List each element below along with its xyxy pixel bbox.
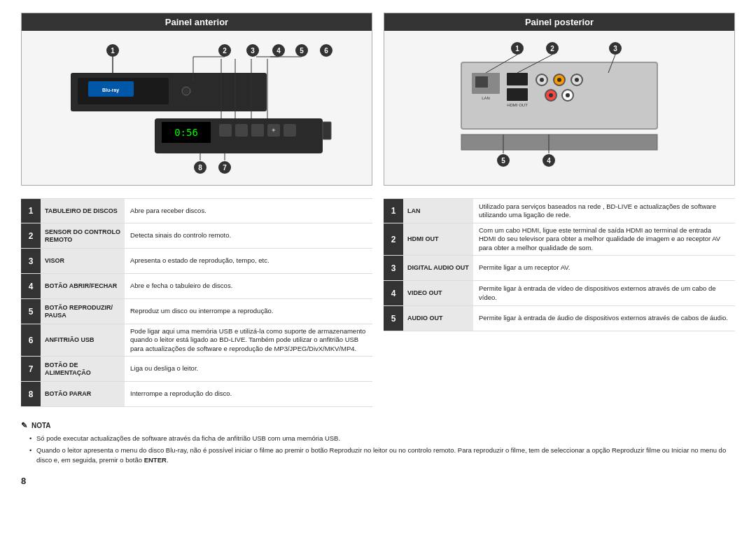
item-desc: Interrompe a reprodução do disco.	[125, 382, 372, 406]
item-name: TABULEIRO DE DISCOS	[41, 199, 125, 223]
desc-section: 1 TABULEIRO DE DISCOS Abre para receber …	[21, 198, 735, 407]
item-number: 1	[21, 199, 41, 223]
svg-rect-24	[219, 124, 232, 137]
rear-panel-content: 1 2 3 LAN HDMI OUT	[384, 31, 734, 185]
item-name: ANFITRIÃO USB	[41, 324, 125, 356]
enter-label: ENTER	[144, 456, 167, 464]
svg-point-60	[557, 78, 561, 82]
svg-text:8: 8	[198, 164, 202, 172]
svg-text:3: 3	[613, 45, 617, 53]
item-desc: Utilizado para serviços baseados na rede…	[473, 199, 735, 223]
item-name: BOTÃO PARAR	[41, 382, 125, 406]
front-item-4: 4 BOTÃO ABRIR/FECHAR Abre e fecha o tabu…	[21, 274, 372, 299]
svg-rect-50	[461, 62, 657, 129]
item-number: 5	[21, 299, 41, 324]
item-name: VISOR	[41, 249, 125, 273]
item-name: HDMI OUT	[403, 223, 473, 255]
svg-text:2: 2	[223, 47, 227, 55]
note-item-1: Só pode executar actualizações de softwa…	[29, 434, 735, 443]
note-item-2: Quando o leitor apresenta o menu do disc…	[29, 446, 735, 464]
item-number: 3	[384, 256, 403, 280]
item-desc: Abre e fecha o tabuleiro de discos.	[125, 274, 372, 298]
rear-panel-title: Painel posterior	[384, 13, 734, 31]
front-panel-title: Painel anterior	[22, 13, 372, 31]
item-name: SENSOR DO CONTROLO REMOTO	[41, 223, 125, 248]
item-number: 4	[21, 274, 41, 298]
svg-rect-54	[507, 73, 528, 85]
item-number: 2	[21, 223, 41, 248]
item-name: VIDEO OUT	[403, 281, 473, 305]
front-panel-content: 1 Blu-ray 2	[22, 31, 372, 185]
item-desc: Pode ligar aqui uma memória USB e utiliz…	[125, 324, 372, 356]
page-number: 8	[21, 476, 735, 486]
item-number: 7	[21, 357, 41, 381]
svg-point-58	[540, 78, 544, 82]
item-desc: Permite ligar à entrada de vídeo de disp…	[473, 281, 735, 305]
page: Painel anterior 1 Blu-ray	[0, 0, 756, 499]
notes-title: ✎ NOTA	[21, 421, 735, 430]
item-desc: Liga ou desliga o leitor.	[125, 357, 372, 381]
notes-list: Só pode executar actualizações de softwa…	[21, 434, 735, 464]
front-item-7: 7 BOTÃO DE ALIMENTAÇÃO Liga ou desliga o…	[21, 357, 372, 382]
rear-desc-table: 1 LAN Utilizado para serviços baseados n…	[384, 198, 735, 407]
svg-text:✦: ✦	[271, 127, 276, 134]
item-name: LAN	[403, 199, 473, 223]
item-desc: Reproduz um disco ou interrompe a reprod…	[125, 299, 372, 324]
svg-rect-26	[251, 124, 264, 137]
front-item-8: 8 BOTÃO PARAR Interrompe a reprodução do…	[21, 382, 372, 407]
item-name: AUDIO OUT	[403, 306, 473, 331]
svg-point-64	[549, 93, 553, 97]
rear-panel: Painel posterior 1 2 3 LAN	[384, 13, 735, 186]
notes-section: ✎ NOTA Só pode executar actualizações de…	[21, 417, 735, 471]
item-number: 8	[21, 382, 41, 406]
front-item-1: 1 TABULEIRO DE DISCOS Abre para receber …	[21, 198, 372, 223]
item-name: BOTÃO DE ALIMENTAÇÃO	[41, 357, 125, 381]
svg-rect-52	[475, 76, 488, 88]
front-panel: Painel anterior 1 Blu-ray	[21, 13, 372, 186]
front-panel-diagram: 1 Blu-ray 2	[50, 38, 344, 178]
item-number: 6	[21, 324, 41, 356]
svg-rect-30	[323, 122, 331, 139]
item-name: BOTÃO ABRIR/FECHAR	[41, 274, 125, 298]
svg-rect-55	[507, 88, 528, 101]
item-number: 1	[384, 199, 403, 223]
rear-panel-diagram: 1 2 3 LAN HDMI OUT	[419, 38, 699, 178]
svg-point-66	[566, 93, 570, 97]
front-item-5: 5 BOTÃO REPRODUZIR/ PAUSA Reproduz um di…	[21, 299, 372, 324]
panels-row: Painel anterior 1 Blu-ray	[21, 13, 735, 186]
svg-rect-28	[284, 124, 296, 137]
rear-item-3: 3 DIGITAL AUDIO OUT Permite ligar a um r…	[384, 256, 735, 281]
front-item-3: 3 VISOR Apresenta o estado de reprodução…	[21, 249, 372, 274]
svg-text:5: 5	[501, 157, 505, 165]
item-desc: Detecta sinais do controlo remoto.	[125, 223, 372, 248]
item-desc: Com um cabo HDMI, ligue este terminal de…	[473, 223, 735, 255]
svg-text:1: 1	[515, 45, 519, 53]
item-desc: Abre para receber discos.	[125, 199, 372, 223]
front-item-2: 2 SENSOR DO CONTROLO REMOTO Detecta sina…	[21, 223, 372, 249]
notes-icon: ✎	[21, 421, 27, 430]
notes-label: NOTA	[31, 422, 51, 429]
item-name: DIGITAL AUDIO OUT	[403, 256, 473, 280]
svg-text:0:56: 0:56	[174, 127, 198, 138]
item-number: 3	[21, 249, 41, 273]
item-desc: Permite ligar à entrada de áudio de disp…	[473, 306, 735, 331]
svg-text:1: 1	[111, 47, 115, 55]
item-number: 5	[384, 306, 403, 331]
svg-text:HDMI OUT: HDMI OUT	[507, 103, 528, 107]
item-number: 2	[384, 223, 403, 255]
svg-point-7	[182, 87, 190, 95]
item-desc: Permite ligar a um receptor AV.	[473, 256, 735, 280]
svg-rect-25	[235, 124, 248, 137]
svg-text:LAN: LAN	[482, 96, 490, 100]
svg-text:7: 7	[223, 164, 227, 172]
front-desc-table: 1 TABULEIRO DE DISCOS Abre para receber …	[21, 198, 372, 407]
svg-text:2: 2	[550, 45, 554, 53]
rear-item-4: 4 VIDEO OUT Permite ligar à entrada de v…	[384, 281, 735, 306]
svg-text:4: 4	[547, 157, 551, 165]
rear-item-5: 5 AUDIO OUT Permite ligar à entrada de á…	[384, 306, 735, 331]
item-number: 4	[384, 281, 403, 305]
item-name: BOTÃO REPRODUZIR/ PAUSA	[41, 299, 125, 324]
svg-text:6: 6	[324, 47, 328, 55]
front-item-6: 6 ANFITRIÃO USB Pode ligar aqui uma memó…	[21, 324, 372, 357]
item-desc: Apresenta o estado de reprodução, tempo,…	[125, 249, 372, 273]
